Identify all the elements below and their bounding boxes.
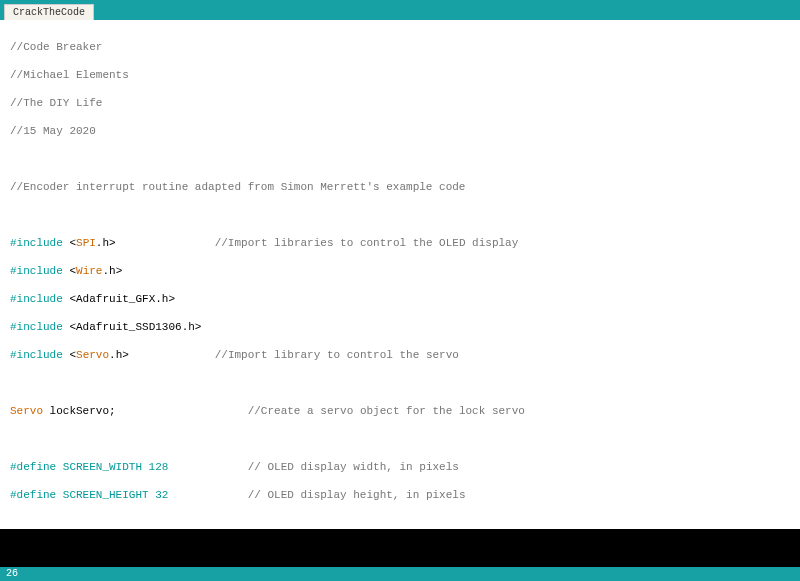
comment: // OLED display height, in pixels [168,489,465,501]
preproc: #include [10,321,69,333]
type: Servo [10,405,43,417]
preproc: #include [10,293,69,305]
preproc: #include [10,237,69,249]
status-bar: 26 [0,567,800,581]
text: lockServo; [43,405,116,417]
comment: //Michael Elements [10,69,129,81]
text: <Adafruit_GFX.h> [69,293,175,305]
preproc: #include [10,265,69,277]
preproc: #include [10,349,69,361]
comment: //The DIY Life [10,97,102,109]
code-editor[interactable]: //Code Breaker //Michael Elements //The … [0,20,800,529]
lib: Servo [76,349,109,361]
preproc: #define SCREEN_WIDTH 128 [10,461,168,473]
comment: //Create a servo object for the lock ser… [116,405,525,417]
status-line-number: 26 [6,568,18,579]
comment: //Code Breaker [10,41,102,53]
comment: //Import libraries to control the OLED d… [116,237,519,249]
comment: //Encoder interrupt routine adapted from… [10,181,465,193]
console-area [0,529,800,567]
lib: SPI [76,237,96,249]
text: .h> [102,265,122,277]
comment: // OLED display width, in pixels [168,461,458,473]
lib: Wire [76,265,102,277]
text: .h> [109,349,129,361]
tab-bar: CrackTheCode [0,0,800,20]
comment: //Import library to control the servo [129,349,459,361]
preproc: #define SCREEN_HEIGHT 32 [10,489,168,501]
tab-crackthecode[interactable]: CrackTheCode [4,4,94,20]
text: .h> [96,237,116,249]
comment: //15 May 2020 [10,125,96,137]
text: <Adafruit_SSD1306.h> [69,321,201,333]
